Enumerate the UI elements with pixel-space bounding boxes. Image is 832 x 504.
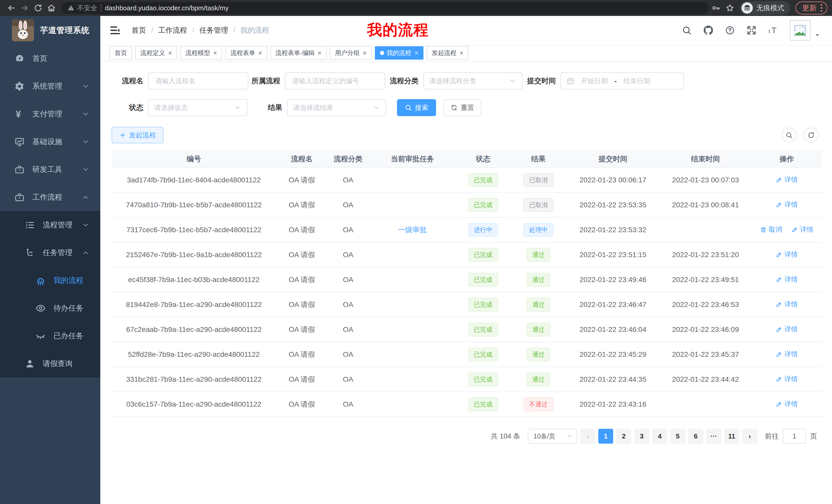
sidebar-item-system-mgmt[interactable]: 系统管理 bbox=[0, 73, 100, 100]
goto-page-input[interactable] bbox=[783, 429, 806, 444]
refresh-table-button[interactable] bbox=[804, 128, 818, 143]
sidebar-item-infrastructure[interactable]: 基础设施 bbox=[0, 128, 100, 156]
cancel-action-button[interactable]: 取消 bbox=[758, 225, 784, 234]
prev-page-button[interactable]: ‹ bbox=[580, 429, 595, 444]
breadcrumb-item[interactable]: 任务管理 bbox=[200, 25, 228, 35]
user-avatar[interactable] bbox=[790, 20, 821, 40]
owner-process-input[interactable] bbox=[285, 73, 385, 89]
close-tab-icon[interactable]: × bbox=[460, 50, 463, 56]
sidebar-item-my-process[interactable]: 我的流程 bbox=[0, 267, 100, 295]
browser-update-button[interactable]: 更新 bbox=[796, 2, 827, 15]
page-size-select[interactable]: 10条/页 bbox=[528, 429, 577, 444]
detail-action-button[interactable]: 详情 bbox=[774, 275, 799, 284]
category-select[interactable]: 请选择流程分类 bbox=[423, 73, 522, 89]
breadcrumb-item[interactable]: 首页 bbox=[132, 25, 146, 35]
help-icon[interactable] bbox=[725, 25, 735, 35]
cell-status: 进行中 bbox=[456, 217, 510, 242]
next-page-button[interactable]: › bbox=[742, 429, 757, 444]
reset-button[interactable]: 重置 bbox=[443, 99, 481, 116]
hamburger-icon[interactable] bbox=[109, 25, 121, 36]
sidebar-item-done-task[interactable]: 已办任务 bbox=[0, 322, 100, 350]
sidebar-item-todo-task[interactable]: 待办任务 bbox=[0, 295, 100, 322]
detail-action-button[interactable]: 详情 bbox=[790, 225, 815, 234]
close-tab-icon[interactable]: × bbox=[168, 50, 172, 56]
result-badge: 已取消 bbox=[523, 198, 553, 212]
app-logo-row[interactable]: 芋道管理系统 bbox=[0, 16, 100, 45]
key-icon[interactable] bbox=[712, 4, 721, 12]
tab-user-group[interactable]: 用户分组× bbox=[330, 46, 372, 60]
sidebar-item-label: 工作流程 bbox=[32, 192, 62, 202]
cell-submit-time: 2022-01-22 23:46:04 bbox=[567, 317, 659, 342]
tab-process-form[interactable]: 流程表单× bbox=[225, 46, 267, 60]
sidebar-item-home[interactable]: 首页 bbox=[0, 45, 100, 73]
sidebar-item-task-mgmt[interactable]: 任务管理 bbox=[0, 239, 100, 267]
detail-action-button[interactable]: 详情 bbox=[774, 399, 799, 409]
detail-action-button[interactable]: 详情 bbox=[774, 325, 799, 334]
create-process-button[interactable]: 发起流程 bbox=[111, 127, 163, 143]
cell-current-task: 一级审批 bbox=[369, 217, 456, 242]
app-title: 芋道管理系统 bbox=[40, 25, 89, 36]
cell-process-name: OA 请假 bbox=[276, 192, 328, 217]
toggle-search-button[interactable] bbox=[782, 128, 797, 143]
tab-label: 流程表单 bbox=[230, 49, 255, 57]
back-icon bbox=[7, 4, 16, 12]
sidebar-item-dev-tools[interactable]: 研发工具 bbox=[0, 156, 100, 184]
tab-my-process[interactable]: 我的流程× bbox=[375, 46, 423, 60]
search-icon[interactable] bbox=[682, 25, 692, 35]
close-tab-icon[interactable]: × bbox=[318, 50, 322, 56]
site-security[interactable]: 不安全 bbox=[67, 4, 97, 12]
sidebar-item-pay-mgmt[interactable]: ¥支付管理 bbox=[0, 100, 100, 128]
sidebar-item-leave-query[interactable]: 请假查询 bbox=[0, 350, 100, 377]
result-select[interactable]: 请选择流结果 bbox=[287, 99, 386, 116]
submit-time-range-picker[interactable]: 开始日期 - 结束日期 bbox=[561, 73, 684, 89]
address-bar[interactable]: 不安全 dashboard.yudao.iocoder.cn/bpm/task/… bbox=[61, 2, 709, 14]
breadcrumb-item[interactable]: 工作流程 bbox=[158, 25, 187, 35]
page-button-11[interactable]: 11 bbox=[724, 429, 739, 444]
tab-label: 发起流程 bbox=[432, 49, 457, 57]
github-icon[interactable] bbox=[703, 25, 713, 35]
detail-action-button[interactable]: 详情 bbox=[774, 300, 799, 309]
current-task-link[interactable]: 一级审批 bbox=[398, 226, 427, 234]
close-tab-icon[interactable]: × bbox=[363, 50, 367, 56]
browser-back-button[interactable] bbox=[5, 1, 18, 15]
detail-action-button[interactable]: 详情 bbox=[774, 349, 799, 359]
font-size-icon[interactable]: tT bbox=[768, 25, 778, 35]
page-button-5[interactable]: 5 bbox=[670, 429, 685, 444]
status-label: 状态 bbox=[111, 103, 144, 113]
search-button[interactable]: 搜索 bbox=[397, 99, 436, 116]
cell-actions: 详情 bbox=[752, 192, 822, 217]
detail-action-button[interactable]: 详情 bbox=[774, 175, 799, 185]
page-button-6[interactable]: 6 bbox=[688, 429, 703, 444]
detail-action-button[interactable]: 详情 bbox=[774, 250, 799, 259]
page-button-4[interactable]: 4 bbox=[652, 429, 667, 444]
breadcrumb-separator: / bbox=[233, 26, 235, 34]
browser-reload-button[interactable] bbox=[31, 1, 45, 15]
table-row: 52ffd28e-7b9a-11ec-a290-acde48001122OA 请… bbox=[111, 342, 822, 367]
sidebar-item-workflow[interactable]: 工作流程 bbox=[0, 184, 100, 211]
detail-action-button[interactable]: 详情 bbox=[774, 374, 799, 384]
browser-home-button[interactable] bbox=[45, 1, 58, 15]
close-tab-icon[interactable]: × bbox=[213, 50, 217, 56]
tab-process-def[interactable]: 流程定义× bbox=[135, 46, 177, 60]
cell-status: 已完成 bbox=[456, 292, 510, 317]
edit-icon bbox=[776, 401, 782, 408]
detail-action-button[interactable]: 详情 bbox=[774, 200, 799, 209]
page-button-1[interactable]: 1 bbox=[598, 429, 613, 444]
sidebar-item-process-mgmt[interactable]: 流程管理 bbox=[0, 211, 100, 239]
fullscreen-icon[interactable] bbox=[747, 25, 756, 35]
close-tab-icon[interactable]: × bbox=[414, 50, 418, 56]
cell-end-time: 2022-01-22 23:46:53 bbox=[659, 292, 752, 317]
status-select[interactable]: 请选择状态 bbox=[148, 99, 247, 116]
browser-forward-button[interactable] bbox=[18, 1, 31, 15]
browser-menu-icon[interactable] bbox=[821, 4, 822, 12]
page-button-3[interactable]: 3 bbox=[634, 429, 649, 444]
close-tab-icon[interactable]: × bbox=[258, 50, 262, 56]
tab-process-form-edit[interactable]: 流程表单-编辑× bbox=[270, 46, 327, 60]
tab-process-model[interactable]: 流程模型× bbox=[180, 46, 222, 60]
process-name-input[interactable] bbox=[148, 73, 249, 89]
cell-result: 通过 bbox=[510, 242, 567, 267]
page-button-2[interactable]: 2 bbox=[616, 429, 631, 444]
star-icon[interactable] bbox=[726, 4, 734, 12]
tab-home[interactable]: 首页 bbox=[109, 46, 132, 60]
tab-start-process[interactable]: 发起流程× bbox=[426, 46, 468, 60]
